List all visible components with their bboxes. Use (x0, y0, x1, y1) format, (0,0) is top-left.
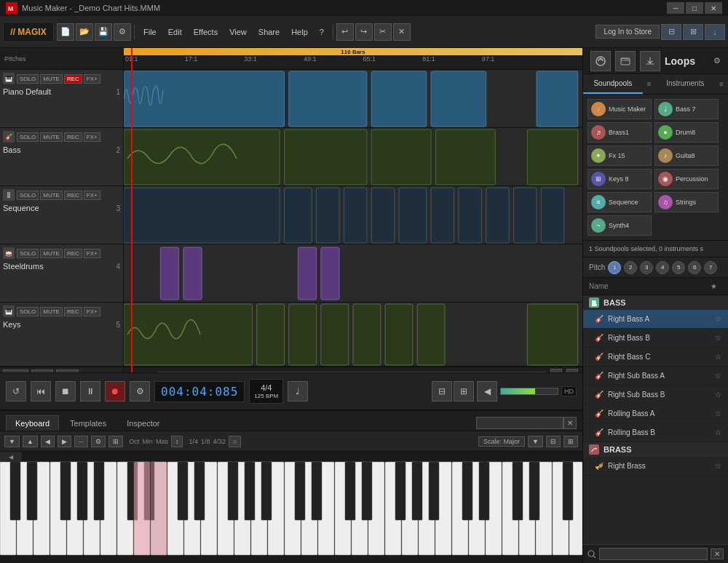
soundpool-guita8[interactable]: ♪ Guita8 (654, 145, 719, 166)
new-button[interactable]: 📄 (57, 23, 74, 41)
loop-rolling-bass-a[interactable]: 🎸 Rolling Bass A ☆ (583, 404, 728, 423)
save-button[interactable]: 💾 (95, 23, 112, 41)
volume-bar[interactable] (500, 388, 558, 395)
view-btn-3[interactable]: ↓ (705, 24, 725, 40)
track-row-3[interactable] (124, 186, 582, 244)
close-button[interactable]: ✕ (705, 2, 722, 14)
rec-btn-2[interactable]: REC (64, 132, 82, 142)
rewind-btn[interactable]: ⏮ (31, 381, 51, 402)
cut-button[interactable]: ✂ (374, 23, 392, 41)
menu-help[interactable]: Help (285, 25, 314, 39)
soundpool-strings[interactable]: ♫ Strings (654, 192, 719, 212)
undo-button[interactable]: ↩ (336, 23, 354, 41)
kb-extra1[interactable]: ⊟ (546, 436, 561, 447)
loop-star-right-brass[interactable]: ☆ (715, 462, 725, 470)
soundpool-keys8[interactable]: ⊞ Keys 8 (587, 169, 652, 189)
minimize-button[interactable]: ─ (667, 2, 684, 14)
track-row-2[interactable] (124, 128, 582, 186)
loop-btn[interactable]: ↺ (6, 381, 26, 402)
rec-btn-5[interactable]: REC (64, 307, 82, 316)
zoom-in-btn[interactable]: + (550, 369, 562, 373)
menu-edit[interactable]: Edit (162, 25, 188, 39)
kb-extra2[interactable]: ⊞ (563, 436, 578, 447)
loops-download-btn[interactable] (640, 51, 660, 71)
soundpool-music-maker[interactable]: ♪ Music Maker (587, 99, 652, 119)
prev-track-btn[interactable]: ◀ (477, 381, 497, 402)
fx-btn-5[interactable]: FX+ (84, 307, 100, 316)
menu-view[interactable]: View (223, 25, 253, 39)
soundpool-brass1[interactable]: ♬ Brass1 (587, 122, 652, 143)
tempo-btn[interactable]: ♩ (288, 381, 308, 402)
tab-keyboard[interactable]: Keyboard (6, 415, 59, 431)
progress-bar[interactable]: 110 Bars (124, 48, 582, 55)
metronome-btn[interactable]: ⚙ (130, 381, 150, 402)
menu-file[interactable]: File (138, 25, 162, 39)
kb-arrows-btn[interactable]: ↕ (171, 436, 183, 447)
rec-btn-3[interactable]: REC (64, 191, 82, 200)
rec-btn-1[interactable]: REC (64, 74, 82, 84)
mixer-btn[interactable]: ⊟ (432, 381, 452, 402)
loop-right-sub-bass-b[interactable]: 🎸 Right Sub Bass B ☆ (583, 386, 728, 404)
loop-star-right-bass-a[interactable]: ☆ (715, 315, 725, 323)
rec-btn-4[interactable]: REC (64, 249, 82, 258)
solo-btn-5[interactable]: SOLO (17, 307, 39, 316)
instruments-tab[interactable]: Instruments (656, 74, 716, 94)
solo-btn-4[interactable]: SOLO (17, 249, 39, 258)
mute-btn-3[interactable]: MUTE (40, 191, 63, 200)
stop-btn[interactable]: ⏹ (55, 381, 76, 402)
kb-dots-btn[interactable]: ··· (74, 436, 89, 447)
soundpool-percussion[interactable]: ◉ Percussion (654, 169, 719, 189)
kb-right-btn[interactable]: ▶ (58, 436, 71, 447)
loops-search-input[interactable] (599, 548, 708, 560)
store-button[interactable]: Log In to Store (596, 25, 660, 39)
scroll-thumb[interactable] (158, 372, 390, 373)
loop-right-brass[interactable]: 🎺 Right Brass ☆ (583, 457, 728, 476)
kb-left-btn[interactable]: ◀ (41, 436, 55, 447)
menu-effects[interactable]: Effects (188, 25, 223, 39)
right-panel-scroll[interactable]: BASS 🎸 Right Bass A ☆ 🎸 Right Bass B ☆ 🎸… (583, 295, 728, 544)
kb-up-btn[interactable]: ▲ (23, 436, 38, 447)
pitch-btn-3[interactable]: 3 (640, 261, 653, 274)
solo-btn-1[interactable]: SOLO (17, 74, 39, 84)
loops-icon-btn[interactable] (590, 51, 611, 71)
track-row-4[interactable] (124, 244, 582, 303)
soundpools-tab[interactable]: Soundpools (583, 74, 643, 94)
loop-right-bass-c[interactable]: 🎸 Right Bass C ☆ (583, 348, 728, 367)
solo-btn-3[interactable]: SOLO (17, 191, 39, 200)
loop-star-right-sub-bass-a[interactable]: ☆ (715, 372, 725, 380)
loop-right-bass-a[interactable]: 🎸 Right Bass A ☆ (583, 310, 728, 329)
bottom-search-clear[interactable]: ✕ (563, 417, 577, 429)
loop-rolling-bass-b[interactable]: 🎸 Rolling Bass B ☆ (583, 423, 728, 442)
pitch-btn-5[interactable]: 5 (672, 261, 685, 274)
kb-settings-btn[interactable]: ⚙ (91, 436, 106, 447)
kb-chord-btn[interactable]: ⊞ (108, 436, 123, 447)
loop-star-right-bass-b[interactable]: ☆ (715, 334, 725, 342)
pitch-btn-2[interactable]: 2 (624, 261, 637, 274)
loop-star-rolling-bass-b[interactable]: ☆ (715, 428, 725, 436)
instruments-filter-btn[interactable]: ≡ (715, 74, 728, 94)
mute-btn-5[interactable]: MUTE (40, 307, 63, 316)
tab-templates[interactable]: Templates (60, 415, 116, 431)
pitch-btn-6[interactable]: 6 (688, 261, 701, 274)
soundpools-filter-btn[interactable]: ≡ (643, 74, 656, 94)
maximize-button[interactable]: □ (686, 2, 703, 14)
redo-button[interactable]: ↪ (355, 23, 373, 41)
mute-btn-1[interactable]: MUTE (40, 74, 63, 84)
bottom-search[interactable] (476, 417, 563, 429)
record-btn[interactable]: ⏺ (105, 381, 125, 402)
tab-inspector[interactable]: Inspector (117, 415, 169, 431)
menu-share[interactable]: Share (253, 25, 285, 39)
pitch-btn-4[interactable]: 4 (656, 261, 669, 274)
loop-star-right-bass-c[interactable]: ☆ (715, 353, 725, 361)
soundpool-drum8[interactable]: ● Drum8 (654, 122, 719, 143)
kb-record-mode[interactable]: ○ (229, 436, 241, 447)
track-row-5[interactable] (124, 303, 582, 367)
tracks-scrollbar[interactable]: Zoom ▼ + - (124, 367, 582, 372)
view-btn-1[interactable]: ⊟ (661, 24, 681, 40)
mute-btn-2[interactable]: MUTE (40, 132, 63, 142)
soundpool-bass7[interactable]: ♩ Bass 7 (654, 99, 719, 119)
loops-folder-btn[interactable] (615, 51, 636, 71)
loop-right-sub-bass-a[interactable]: 🎸 Right Sub Bass A ☆ (583, 367, 728, 386)
mute-btn-4[interactable]: MUTE (40, 249, 63, 258)
loop-star-right-sub-bass-b[interactable]: ☆ (715, 391, 725, 399)
